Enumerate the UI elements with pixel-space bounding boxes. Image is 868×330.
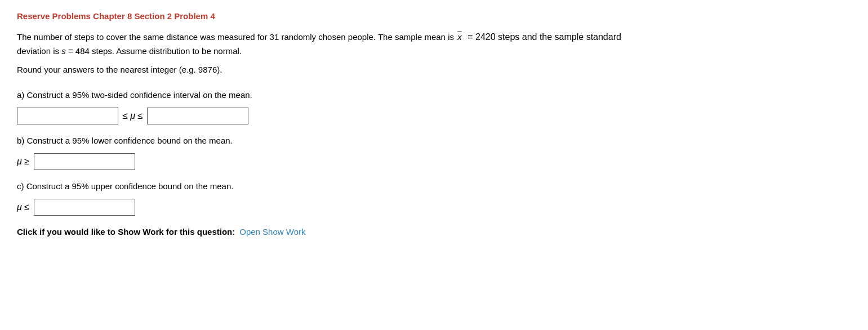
problem-statement: The number of steps to cover the same di… bbox=[17, 30, 805, 58]
part-c-answer-row: μ ≤ bbox=[17, 199, 851, 216]
page-title: Reserve Problems Chapter 8 Section 2 Pro… bbox=[17, 11, 851, 21]
part-a-answer-row: ≤ μ ≤ bbox=[17, 108, 851, 124]
part-a-lower-input[interactable] bbox=[17, 108, 118, 124]
part-b-answer-row: μ ≥ bbox=[17, 153, 851, 170]
page-container: Reserve Problems Chapter 8 Section 2 Pro… bbox=[17, 11, 851, 237]
part-c-label: c) Construct a 95% upper confidence boun… bbox=[17, 181, 851, 191]
part-a-le-mu-le: ≤ μ ≤ bbox=[123, 111, 143, 121]
open-show-work-link[interactable]: Open Show Work bbox=[239, 227, 305, 237]
part-b-label: b) Construct a 95% lower confidence boun… bbox=[17, 136, 851, 145]
round-instruction: Round your answers to the nearest intege… bbox=[17, 65, 851, 74]
part-c-mu-le: μ ≤ bbox=[17, 202, 29, 212]
show-work-label: Click if you would like to Show Work for… bbox=[17, 227, 235, 237]
problem-text-1: The number of steps to cover the same di… bbox=[17, 32, 454, 42]
part-a-upper-input[interactable] bbox=[147, 108, 248, 124]
part-b-mu-ge: μ ≥ bbox=[17, 157, 29, 167]
part-c-input[interactable] bbox=[34, 199, 135, 216]
part-b-section: b) Construct a 95% lower confidence boun… bbox=[17, 136, 851, 170]
part-b-input[interactable] bbox=[34, 153, 135, 170]
equals-2420: = 2420 steps and the sample standard bbox=[465, 32, 621, 42]
part-c-section: c) Construct a 95% upper confidence boun… bbox=[17, 181, 851, 216]
x-bar-symbol: x bbox=[457, 30, 462, 44]
show-work-row: Click if you would like to Show Work for… bbox=[17, 227, 851, 237]
problem-text-2: deviation is s = 484 steps. Assume distr… bbox=[17, 46, 242, 56]
part-a-section: a) Construct a 95% two-sided confidence … bbox=[17, 90, 851, 124]
part-a-label: a) Construct a 95% two-sided confidence … bbox=[17, 90, 851, 100]
